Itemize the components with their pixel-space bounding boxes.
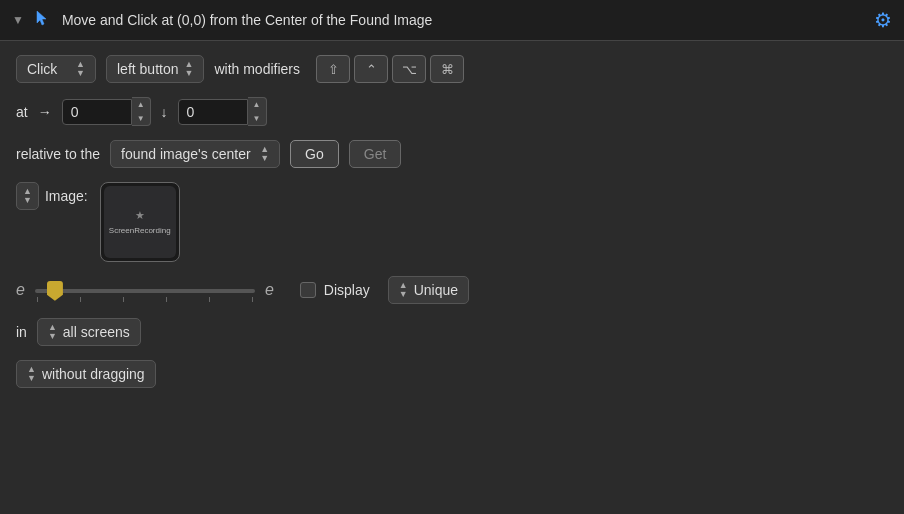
relative-to-row: relative to the found image's center ▲▼ … (16, 140, 888, 168)
click-type-arrows[interactable]: ▲▼ (76, 60, 85, 78)
slider-ticks (35, 295, 255, 302)
x-increment-arrow[interactable]: ▲ (132, 98, 150, 112)
click-type-stepper[interactable]: Click ▲▼ (16, 55, 96, 83)
thumbnail-star-icon: ★ (135, 209, 145, 222)
with-modifiers-label: with modifiers (214, 61, 300, 77)
y-spin-arrows[interactable]: ▲ ▼ (248, 97, 267, 126)
button-type-label: left button (117, 61, 179, 77)
display-label: Display (324, 282, 370, 298)
x-coordinate-input[interactable] (62, 99, 132, 125)
slider-tick (37, 297, 38, 302)
collapse-icon[interactable]: ▼ (12, 13, 24, 27)
slider-tick (80, 297, 81, 302)
button-type-arrows[interactable]: ▲▼ (185, 60, 194, 78)
slider-tick (123, 297, 124, 302)
shift-modifier-key[interactable]: ⇧ (316, 55, 350, 83)
x-coordinate-spinbox[interactable]: ▲ ▼ (62, 97, 151, 126)
y-coordinate-spinbox[interactable]: ▲ ▼ (178, 97, 267, 126)
size-slider[interactable] (35, 279, 255, 302)
image-type-arrows[interactable]: ▲▼ (23, 187, 32, 205)
display-toggle-row: Display (300, 282, 370, 298)
thumbnail-content: ★ ScreenRecording (104, 186, 176, 258)
display-checkbox[interactable] (300, 282, 316, 298)
dragging-label: without dragging (42, 366, 145, 382)
slider-tick (252, 297, 253, 302)
relative-to-label: relative to the (16, 146, 100, 162)
button-type-stepper[interactable]: left button ▲▼ (106, 55, 204, 83)
cursor-icon (34, 9, 52, 32)
dragging-row: ▲▼ without dragging (16, 360, 888, 388)
arrow-down-icon: ↓ (161, 104, 168, 120)
gear-icon[interactable]: ⚙ (874, 8, 892, 32)
at-label: at (16, 104, 28, 120)
y-decrement-arrow[interactable]: ▼ (248, 112, 266, 126)
slider-min-label: e (16, 281, 25, 299)
in-label: in (16, 324, 27, 340)
arrow-right-icon: → (38, 104, 52, 120)
x-spin-arrows[interactable]: ▲ ▼ (132, 97, 151, 126)
thumbnail-label: ScreenRecording (109, 226, 171, 235)
location-stepper[interactable]: found image's center ▲▼ (110, 140, 280, 168)
dragging-arrows[interactable]: ▲▼ (27, 365, 36, 383)
modifier-keys-group: ⇧ ⌃ ⌥ ⌘ (316, 55, 464, 83)
coordinates-row: at → ▲ ▼ ↓ ▲ ▼ (16, 97, 888, 126)
slider-track[interactable] (35, 289, 255, 293)
ctrl-modifier-key[interactable]: ⌃ (354, 55, 388, 83)
y-coordinate-input[interactable] (178, 99, 248, 125)
slider-row: e e Display ▲▼ Unique (16, 276, 888, 304)
window-title: Move and Click at (0,0) from the Center … (62, 12, 864, 28)
image-label: Image: (45, 188, 88, 204)
unique-arrows[interactable]: ▲▼ (399, 281, 408, 299)
dragging-stepper[interactable]: ▲▼ without dragging (16, 360, 156, 388)
y-increment-arrow[interactable]: ▲ (248, 98, 266, 112)
image-thumbnail[interactable]: ★ ScreenRecording (100, 182, 180, 262)
cmd-modifier-key[interactable]: ⌘ (430, 55, 464, 83)
slider-max-label: e (265, 281, 274, 299)
location-label: found image's center (121, 146, 251, 162)
screens-row: in ▲▼ all screens (16, 318, 888, 346)
screens-label: all screens (63, 324, 130, 340)
image-type-stepper[interactable]: ▲▼ (16, 182, 39, 210)
unique-label: Unique (414, 282, 458, 298)
alt-modifier-key[interactable]: ⌥ (392, 55, 426, 83)
title-bar: ▼ Move and Click at (0,0) from the Cente… (0, 0, 904, 41)
x-decrement-arrow[interactable]: ▼ (132, 112, 150, 126)
slider-tick (166, 297, 167, 302)
click-type-label: Click (27, 61, 57, 77)
screens-stepper[interactable]: ▲▼ all screens (37, 318, 141, 346)
click-config-row: Click ▲▼ left button ▲▼ with modifiers ⇧… (16, 55, 888, 83)
go-button[interactable]: Go (290, 140, 339, 168)
unique-stepper[interactable]: ▲▼ Unique (388, 276, 469, 304)
image-row: ▲▼ Image: ★ ScreenRecording (16, 182, 888, 262)
location-arrows[interactable]: ▲▼ (260, 145, 269, 163)
screens-arrows[interactable]: ▲▼ (48, 323, 57, 341)
slider-tick (209, 297, 210, 302)
get-button[interactable]: Get (349, 140, 402, 168)
